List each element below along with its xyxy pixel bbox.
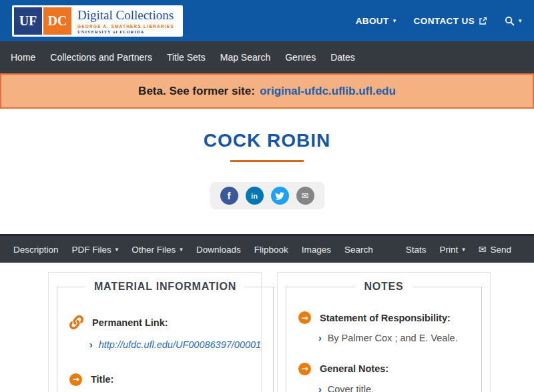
nav-item-title-sets[interactable]: Title Sets xyxy=(160,52,213,63)
chevron-right-icon: › xyxy=(318,383,322,392)
nav-item-genres[interactable]: Genres xyxy=(278,52,323,63)
envelope-icon: ✉ xyxy=(479,244,487,255)
toolbar-right-group: StatsPrint▾✉Send xyxy=(399,244,518,255)
notes-fieldset: NOTES→Statement of Responsibility:›By Pa… xyxy=(286,281,482,392)
email-icon: ✉ xyxy=(302,191,309,201)
uf-logo-square: UF xyxy=(14,7,42,35)
field-label: Permanent Link: xyxy=(92,317,168,328)
toolbar-label: Downloads xyxy=(196,245,241,255)
field-value[interactable]: http://ufdc.ufl.edu/UF00086397/00001 xyxy=(99,339,261,351)
toolbar-images[interactable]: Images xyxy=(295,245,338,255)
linkedin-share-button[interactable]: in xyxy=(246,187,264,205)
toolbar-flipbook[interactable]: Flipbook xyxy=(248,245,295,255)
former-site-link[interactable]: original-ufdc.uflib.ufl.edu xyxy=(260,85,396,98)
field-value: By Palmer Cox ; and E. Veale. xyxy=(328,332,458,345)
external-link-icon xyxy=(479,17,487,25)
ufdc-logo[interactable]: UF DC Digital Collections GEORGE A. SMAT… xyxy=(12,5,183,37)
contact-us-link[interactable]: CONTACT US xyxy=(414,16,488,26)
email-share-button[interactable]: ✉ xyxy=(296,187,314,205)
toolbar-label: Search xyxy=(344,245,373,255)
toolbar-label: PDF Files xyxy=(72,245,111,255)
facebook-share-button[interactable]: f xyxy=(220,187,238,205)
toolbar-description[interactable]: Description xyxy=(7,245,65,255)
search-toggle[interactable]: ▾ xyxy=(505,16,522,26)
nav-item-dates[interactable]: Dates xyxy=(323,52,362,63)
logo-smathers-line: GEORGE A. SMATHERS LIBRARIES xyxy=(77,24,174,29)
site-header: UF DC Digital Collections GEORGE A. SMAT… xyxy=(0,0,534,41)
beta-text: Beta. See former site: xyxy=(138,85,255,98)
logo-university-line: UNIVERSITY of FLORIDA xyxy=(77,29,174,34)
material-information-panel: MATERIAL INFORMATIONPermanent Link:›http… xyxy=(48,272,262,392)
nav-item-home[interactable]: Home xyxy=(3,52,43,63)
about-menu[interactable]: ABOUT ▾ xyxy=(356,16,396,26)
toolbar-label: Description xyxy=(13,245,59,255)
nav-item-collections-and-partners[interactable]: Collections and Partners xyxy=(43,52,160,63)
panel-title: MATERIAL INFORMATION xyxy=(85,281,245,293)
field-label: Title: xyxy=(91,374,113,385)
arrow-circle-icon: → xyxy=(69,373,82,386)
chevron-right-icon: › xyxy=(318,332,322,345)
contact-label: CONTACT US xyxy=(414,16,475,26)
nav-item-map-search[interactable]: Map Search xyxy=(213,52,278,63)
field-label-row: →Title: xyxy=(69,373,261,386)
chevron-right-icon: › xyxy=(89,339,93,352)
toolbar-downloads[interactable]: Downloads xyxy=(190,245,248,255)
header-menu: ABOUT ▾ CONTACT US ▾ xyxy=(356,16,522,26)
social-share-bar: fin✉ xyxy=(210,182,324,209)
toolbar-left-group: DescriptionPDF Files▾Other Files▾Downloa… xyxy=(7,245,380,255)
arrow-circle-icon: → xyxy=(298,363,311,375)
chevron-down-icon: ▾ xyxy=(115,247,119,253)
toolbar-pdf-files[interactable]: PDF Files▾ xyxy=(65,245,125,255)
toolbar-stats[interactable]: Stats xyxy=(399,244,433,255)
beta-banner: Beta. See former site: original-ufdc.ufl… xyxy=(0,73,534,109)
field-value: Cover title. xyxy=(328,383,374,392)
toolbar-label: Flipbook xyxy=(254,245,288,255)
item-toolbar: DescriptionPDF Files▾Other Files▾Downloa… xyxy=(0,234,534,263)
page-title: COCK ROBIN xyxy=(0,130,534,151)
search-icon xyxy=(505,16,515,26)
field-value-row: ›By Palmer Cox ; and E. Veale. xyxy=(318,332,469,345)
toolbar-other-files[interactable]: Other Files▾ xyxy=(125,245,190,255)
logo-text: Digital Collections GEORGE A. SMATHERS L… xyxy=(71,7,181,35)
about-label: ABOUT xyxy=(356,16,389,26)
linkedin-icon: in xyxy=(251,192,258,200)
field-label: General Notes: xyxy=(320,363,388,374)
arrow-circle-icon: → xyxy=(298,311,311,324)
field-value-row: ›Cover title. xyxy=(318,383,469,392)
toolbar-label: Print xyxy=(439,245,458,255)
chevron-down-icon: ▾ xyxy=(180,247,183,253)
toolbar-send[interactable]: ✉Send xyxy=(472,244,518,255)
chevron-down-icon: ▾ xyxy=(462,247,465,253)
field-value-row: ›http://ufdc.ufl.edu/UF00086397/00001 xyxy=(89,339,261,352)
panel-title: NOTES xyxy=(355,281,412,293)
twitter-share-button[interactable] xyxy=(271,187,289,205)
permalink-chain-icon xyxy=(69,315,83,329)
material-information-fieldset: MATERIAL INFORMATIONPermanent Link:›http… xyxy=(57,281,274,392)
dc-logo-square: DC xyxy=(43,7,71,35)
field-label-row: →Statement of Responsibility: xyxy=(298,311,469,324)
logo-title: Digital Collections xyxy=(77,9,174,22)
content-panels: MATERIAL INFORMATIONPermanent Link:›http… xyxy=(0,263,534,392)
chevron-down-icon: ▾ xyxy=(393,18,396,24)
field-label-row: Permanent Link: xyxy=(69,315,261,329)
field-label: Statement of Responsibility: xyxy=(320,313,451,323)
toolbar-search[interactable]: Search xyxy=(338,245,380,255)
main-nav: HomeCollections and PartnersTitle SetsMa… xyxy=(0,41,534,73)
notes-panel: NOTES→Statement of Responsibility:›By Pa… xyxy=(277,272,491,392)
title-underline xyxy=(230,160,304,162)
toolbar-label: Send xyxy=(490,245,511,255)
twitter-bird-icon xyxy=(275,191,284,201)
toolbar-label: Images xyxy=(302,245,331,255)
toolbar-label: Stats xyxy=(406,245,427,255)
field-label-row: →General Notes: xyxy=(298,363,469,375)
facebook-icon: f xyxy=(228,190,231,201)
chevron-down-icon: ▾ xyxy=(519,18,522,24)
toolbar-label: Other Files xyxy=(131,245,176,255)
toolbar-print[interactable]: Print▾ xyxy=(433,244,471,255)
